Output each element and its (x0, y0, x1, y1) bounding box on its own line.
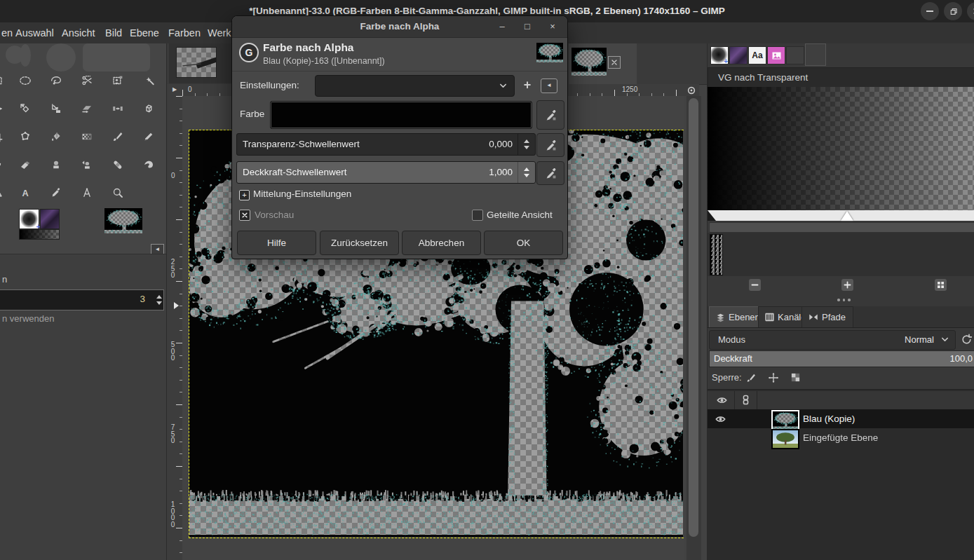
layer-row[interactable]: Eingefügte Ebene (708, 428, 974, 447)
tool-measure[interactable] (77, 182, 97, 203)
preview-checkbox[interactable] (239, 210, 250, 221)
tool-paintbrush[interactable] (108, 126, 128, 147)
gradient-sub-strip[interactable] (709, 222, 974, 233)
layer-name[interactable]: Eingefügte Ebene (803, 428, 878, 447)
tool-perspective-clone[interactable] (77, 154, 97, 175)
tool-transform-3d[interactable] (139, 98, 158, 119)
tab-document-history[interactable] (767, 46, 785, 64)
spinner-arrows[interactable] (156, 290, 162, 310)
tab-gradients-active[interactable] (805, 43, 826, 66)
image-tab-2-active[interactable] (569, 43, 637, 84)
spin-up-icon[interactable] (524, 168, 529, 171)
expander-plus-icon[interactable]: + (239, 190, 250, 200)
tool-ellipse-select[interactable] (15, 70, 35, 91)
color-swatch[interactable] (270, 101, 532, 129)
menu-item-bild[interactable]: Bild (105, 22, 122, 43)
spin-up-icon[interactable] (156, 295, 162, 299)
tool-flip[interactable] (108, 98, 128, 119)
scrollbar-thumb[interactable] (689, 98, 698, 537)
tool-crop-clipped[interactable] (0, 126, 7, 147)
gradient-handle-bar[interactable] (708, 210, 974, 221)
tab-brushes[interactable]: + (710, 46, 729, 64)
spin-down-icon[interactable] (524, 146, 529, 149)
minimize-button[interactable] (921, 2, 939, 20)
zoom-in-button[interactable] (841, 279, 853, 291)
preview-label[interactable]: Vorschau (255, 210, 294, 220)
tool-pencil[interactable] (139, 126, 158, 147)
dialog-title-bar[interactable]: Farbe nach Alpha – □ × (232, 16, 567, 38)
menu-item-ebene[interactable]: Ebene (130, 22, 159, 43)
spin-down-icon[interactable] (156, 301, 162, 305)
tool-align[interactable] (46, 98, 66, 119)
opacity-threshold-slider[interactable]: Deckkraft-Schwellenwert 1,000 (236, 161, 536, 184)
pattern-preview[interactable] (40, 209, 60, 229)
link-column-icon[interactable] (741, 395, 750, 405)
tool-free-select[interactable] (46, 70, 66, 91)
tool-rotate-clipped[interactable] (0, 154, 7, 175)
menu-item-bearbeiten-partial[interactable]: en (1, 22, 13, 43)
opacity-picker-button[interactable] (536, 161, 564, 185)
option-spinbox[interactable]: 3 (0, 289, 164, 310)
settings-import-button[interactable]: ◄ (541, 78, 557, 93)
tab-patterns[interactable] (729, 46, 748, 64)
menu-item-farben[interactable]: Farben (168, 22, 201, 43)
lock-alpha-icon[interactable] (790, 372, 801, 383)
tab-paths[interactable]: Pfade (801, 306, 853, 327)
brush-preview[interactable]: + (19, 209, 39, 229)
active-image-thumbnail[interactable] (104, 208, 142, 233)
image-tab-1[interactable] (169, 43, 232, 83)
navigation-button[interactable] (684, 84, 699, 96)
tool-foreground-select[interactable] (108, 70, 128, 91)
cancel-button[interactable]: Abbrechen (402, 231, 481, 255)
gradient-midpoint-handle[interactable] (841, 211, 853, 221)
tool-rect-select-clipped[interactable] (0, 70, 7, 91)
ruler-corner-button[interactable]: ▶ (167, 84, 183, 97)
gradient-preview[interactable] (19, 229, 60, 240)
tab-fonts[interactable]: Aa (748, 46, 766, 64)
settings-dropdown[interactable] (315, 75, 515, 97)
gradient-name-row[interactable]: VG nach Transparent (708, 67, 974, 88)
layer-thumbnail[interactable] (771, 410, 799, 430)
transparency-threshold-slider[interactable]: Transparenz-Schwellenwert 0,000 (236, 133, 536, 156)
tool-eraser[interactable] (15, 154, 35, 175)
split-view-label[interactable]: Geteilte Ansicht (487, 210, 553, 220)
reset-button[interactable]: Zurücksetzen (320, 231, 399, 255)
settings-add-button[interactable]: + (520, 76, 535, 93)
dialog-close-button[interactable]: × (546, 20, 559, 33)
menu-item-werkzeuge-partial[interactable]: Werk (208, 22, 231, 43)
opacity-slider[interactable]: Deckkraft 100,0 (709, 350, 974, 367)
lock-position-icon[interactable] (768, 372, 779, 383)
mode-row[interactable]: Modus Normal (709, 330, 956, 350)
dock-resize-grip[interactable] (837, 299, 851, 301)
gradient-editor-preview[interactable] (708, 87, 974, 210)
spinner-arrows[interactable] (518, 134, 535, 155)
tool-bucket-fill[interactable] (46, 126, 66, 147)
tool-cage-transform[interactable] (15, 126, 35, 147)
layer-visibility-toggle[interactable] (715, 414, 726, 425)
transparency-picker-button[interactable] (536, 133, 564, 157)
tool-clone[interactable] (46, 154, 66, 175)
layer-row[interactable]: Blau (Kopie) (708, 409, 974, 428)
spinner-arrows[interactable] (518, 162, 535, 183)
zoom-fit-button[interactable] (935, 279, 947, 291)
menu-item-auswahl[interactable]: Auswahl (15, 22, 54, 43)
tool-fuzzy-select[interactable] (139, 70, 158, 91)
help-button[interactable]: Hilfe (237, 231, 316, 255)
gradient-endpoint-left[interactable] (708, 210, 716, 221)
gradient-list-item[interactable] (710, 234, 723, 275)
tool-move-clipped[interactable] (0, 98, 7, 119)
tab-gradients-alt[interactable] (786, 46, 804, 64)
spin-down-icon[interactable] (524, 174, 529, 177)
restore-button[interactable] (944, 2, 962, 20)
tool-smudge[interactable] (139, 154, 158, 175)
ok-button[interactable]: OK (484, 231, 563, 255)
tool-unified-transform[interactable] (15, 98, 35, 119)
tool-paths-tool-clipped[interactable] (0, 182, 7, 203)
eye-column-icon[interactable] (716, 395, 728, 406)
dialog-minimize-button[interactable]: – (496, 20, 508, 33)
expander-label[interactable]: Mittelung-Einstellungen (253, 189, 351, 199)
tab-close-button[interactable] (608, 56, 621, 69)
layer-thumbnail[interactable] (771, 429, 799, 449)
mode-reset-button[interactable] (959, 332, 974, 347)
color-picker-button[interactable] (536, 100, 564, 130)
